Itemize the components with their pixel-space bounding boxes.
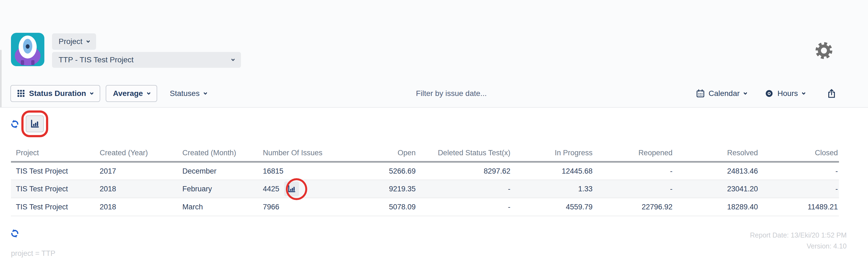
project-select-value: TTP - TIS Test Project — [59, 56, 134, 64]
cell-resolved: 24813.46 — [674, 162, 759, 180]
table-row: TIS Test Project 2017 December 16815 526… — [11, 162, 839, 180]
chevron-down-icon — [90, 91, 94, 95]
page: Jira Dashboards Projects Issues Boards T… — [0, 0, 868, 278]
calendar-dropdown[interactable]: Calendar — [696, 89, 747, 98]
cell-year: 2018 — [95, 198, 178, 216]
report-type-dropdown[interactable]: Status Duration — [10, 85, 100, 102]
column-header: Resolved — [674, 145, 759, 162]
column-header: Reopened — [594, 145, 674, 162]
calendar-icon — [696, 89, 705, 98]
column-header: Open — [346, 145, 417, 162]
calendar-label: Calendar — [709, 89, 740, 98]
issue-date-filter-input[interactable] — [223, 89, 680, 98]
chevron-down-icon — [86, 39, 90, 43]
jql-query-text: project = TTP — [11, 249, 55, 258]
statuses-label: Statuses — [170, 89, 199, 98]
cell-in-progress: 4559.79 — [512, 198, 594, 216]
report-type-label: Status Duration — [29, 89, 86, 98]
avatar-monster-pupil — [26, 44, 30, 49]
project-avatar — [11, 33, 44, 66]
issue-count-with-chart: 4425 — [263, 181, 346, 196]
cell-reopened: 22796.92 — [594, 198, 674, 216]
project-select[interactable]: TTP - TIS Test Project — [52, 52, 241, 68]
bar-chart-icon — [287, 184, 296, 193]
metric-dropdown[interactable]: Average — [106, 85, 157, 102]
scope-dropdown-button[interactable]: Project — [52, 33, 96, 50]
cell-project: TIS Test Project — [11, 180, 95, 198]
column-header: Deleted Status Test(x) — [417, 145, 512, 162]
cell-month: February — [178, 180, 258, 198]
units-label: Hours — [777, 89, 798, 98]
column-header: Number Of Issues — [258, 145, 346, 162]
cell-closed: - — [759, 180, 839, 198]
cell-issue-count: 4425 — [258, 180, 346, 198]
chevron-down-icon — [231, 58, 235, 61]
cell-open: 5266.69 — [346, 162, 417, 180]
cell-issue-count: 7966 — [258, 198, 346, 216]
cell-open: 9219.35 — [346, 180, 417, 198]
cell-issue-count: 16815 — [258, 162, 346, 180]
column-header: Closed — [759, 145, 839, 162]
cell-reopened: - — [594, 162, 674, 180]
metric-label: Average — [113, 89, 143, 98]
chevron-down-icon — [802, 91, 806, 95]
row-chart-button[interactable] — [284, 181, 299, 196]
cell-closed: 11489.21 — [759, 198, 839, 216]
units-dropdown[interactable]: Hours — [765, 89, 805, 98]
grid-icon — [18, 90, 25, 97]
cell-resolved: 23041.20 — [674, 180, 759, 198]
column-header: Created (Year) — [95, 145, 178, 162]
cell-project: TIS Test Project — [11, 162, 95, 180]
cell-project: TIS Test Project — [11, 198, 95, 216]
cell-reopened: - — [594, 180, 674, 198]
refresh-icon[interactable] — [10, 119, 20, 129]
cell-month: December — [178, 162, 258, 180]
bar-chart-icon — [30, 119, 40, 129]
chevron-down-icon — [743, 91, 747, 95]
cell-in-progress: 1.33 — [512, 180, 594, 198]
avatar-monster-foot — [21, 60, 24, 65]
eye-target-icon — [765, 89, 774, 98]
report-date: Report Date: 13/Eki/20 1:52 PM — [750, 230, 847, 241]
column-header: In Progress — [512, 145, 594, 162]
table-row: TIS Test Project 2018 March 7966 5078.09… — [11, 198, 839, 216]
table-header-row: Project Created (Year) Created (Month) N… — [11, 145, 839, 162]
cell-month: March — [178, 198, 258, 216]
cell-closed: - — [759, 162, 839, 180]
cell-deleted-status: - — [417, 198, 512, 216]
cell-year: 2018 — [95, 180, 178, 198]
report-toolbar: Status Duration Average Statuses — [0, 85, 868, 102]
table-row: TIS Test Project 2018 February 4425 — [11, 180, 839, 198]
column-header: Project — [11, 145, 95, 162]
cell-deleted-status: - — [417, 180, 512, 198]
scope-label: Project — [59, 37, 83, 46]
avatar-monster-foot — [31, 60, 34, 65]
cell-year: 2017 — [95, 162, 178, 180]
cell-in-progress: 12445.68 — [512, 162, 594, 180]
cell-resolved: 18289.40 — [674, 198, 759, 216]
cell-deleted-status: 8297.62 — [417, 162, 512, 180]
report-version: Version: 4.10 — [750, 241, 847, 251]
chevron-down-icon — [204, 91, 207, 95]
report-meta: Report Date: 13/Eki/20 1:52 PM Version: … — [750, 230, 847, 251]
refresh-icon[interactable] — [10, 229, 20, 238]
chart-view-button[interactable] — [26, 115, 44, 132]
cell-open: 5078.09 — [346, 198, 417, 216]
status-duration-table: Project Created (Year) Created (Month) N… — [11, 145, 839, 216]
column-header: Created (Month) — [178, 145, 258, 162]
issue-count-value: 4425 — [263, 185, 279, 193]
statuses-dropdown[interactable]: Statuses — [170, 89, 207, 98]
export-icon[interactable] — [827, 88, 836, 99]
chevron-down-icon — [147, 91, 151, 95]
settings-gear-icon[interactable] — [815, 41, 833, 62]
